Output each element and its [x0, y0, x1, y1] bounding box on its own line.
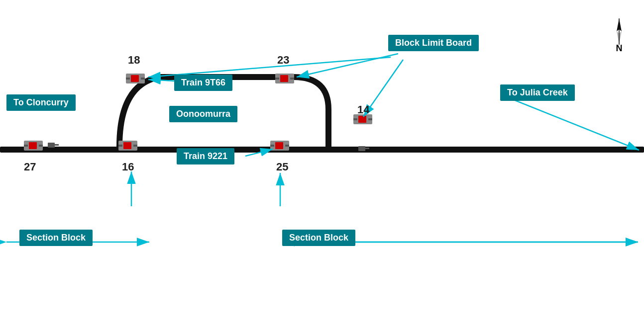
- section-block-right-label: Section Block: [282, 230, 355, 246]
- compass-letter: N: [607, 43, 632, 54]
- svg-line-31: [297, 54, 398, 77]
- number-18: 18: [128, 54, 140, 67]
- number-23: 23: [277, 54, 289, 67]
- svg-rect-13: [24, 141, 43, 151]
- train-9t66-label: Train 9T66: [174, 75, 232, 91]
- svg-rect-8: [290, 78, 294, 80]
- number-27: 27: [24, 161, 36, 173]
- svg-rect-22: [275, 142, 283, 149]
- to-julia-creek-label: To Julia Creek: [500, 84, 575, 101]
- svg-rect-6: [280, 75, 288, 82]
- svg-rect-19: [118, 145, 122, 147]
- svg-rect-15: [24, 145, 28, 147]
- svg-rect-2: [131, 75, 139, 82]
- svg-rect-24: [285, 145, 289, 147]
- compass: N: [607, 17, 632, 54]
- svg-rect-18: [123, 142, 131, 149]
- svg-rect-5: [275, 74, 294, 83]
- svg-rect-17: [118, 141, 137, 151]
- svg-line-39: [503, 95, 639, 150]
- svg-rect-21: [270, 141, 289, 151]
- number-14: 14: [357, 103, 369, 116]
- svg-line-35: [245, 149, 273, 156]
- block-limit-board-label: Block Limit Board: [388, 35, 479, 51]
- svg-line-34: [148, 80, 175, 81]
- train-9221-label: Train 9221: [177, 148, 234, 164]
- svg-rect-12: [368, 118, 372, 120]
- to-cloncurry-label: To Cloncurry: [6, 94, 76, 111]
- svg-rect-11: [353, 118, 357, 120]
- svg-rect-23: [270, 145, 274, 147]
- oonoomurra-label: Oonoomurra: [169, 106, 237, 122]
- svg-rect-16: [39, 145, 43, 147]
- svg-rect-0: [0, 147, 644, 153]
- section-block-left-label: Section Block: [19, 230, 93, 246]
- svg-rect-1: [126, 74, 145, 83]
- svg-rect-7: [275, 78, 279, 80]
- svg-rect-14: [29, 142, 37, 149]
- number-16: 16: [122, 161, 134, 173]
- svg-rect-26: [55, 144, 59, 146]
- svg-rect-27: [358, 146, 365, 151]
- svg-rect-20: [133, 145, 137, 147]
- svg-rect-28: [365, 148, 369, 149]
- svg-rect-4: [141, 78, 145, 80]
- svg-rect-3: [126, 78, 130, 80]
- svg-line-32: [148, 57, 391, 77]
- svg-rect-25: [48, 143, 55, 148]
- number-25: 25: [276, 161, 288, 173]
- svg-rect-10: [358, 116, 366, 123]
